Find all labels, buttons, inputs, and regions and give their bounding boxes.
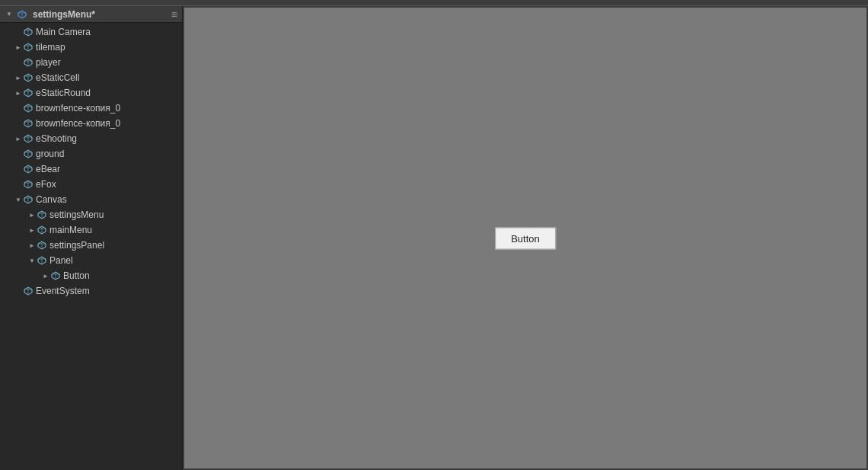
tree-item-main-camera[interactable]: Main Camera [0,24,182,40]
tree-item-settingsmenu[interactable]: settingsMenu [0,207,182,222]
tree-label-ebear: eBear [36,164,60,174]
tree-arrow-panel[interactable] [27,256,37,265]
tree-item-canvas[interactable]: Canvas [0,192,182,207]
tree-arrow-eshooting[interactable] [14,134,23,143]
tree-item-estaaticcell[interactable]: eStaticCell [0,70,182,85]
scene-canvas: Button [184,8,866,468]
tree-item-estaticround[interactable]: eStaticRound [0,85,182,101]
tree-label-brownfence2: brownfence-копия_0 [36,118,120,129]
cube-icon [50,270,61,281]
cube-icon [37,209,47,220]
hierarchy-content: Main Camera tilemap player eStaticCell e… [0,23,182,470]
cube-icon [23,133,34,144]
cube-icon [37,255,47,266]
cube-icon [23,103,34,114]
tree-arrow-button[interactable] [41,271,50,280]
hierarchy-title: settingsMenu* [33,9,95,20]
cube-icon [23,118,34,129]
tree-item-ground[interactable]: ground [0,146,182,161]
hierarchy-expand-arrow[interactable] [5,10,14,19]
tree-item-ebear[interactable]: eBear [0,161,182,177]
tree-item-efox[interactable]: eFox [0,177,182,192]
tree-arrow-mainmenu[interactable] [27,225,37,235]
cube-icon [23,179,34,190]
hierarchy-header: settingsMenu* ≡ [0,6,182,23]
hierarchy-menu-icon[interactable]: ≡ [171,8,177,21]
cube-icon [37,240,47,251]
tree-label-ground: ground [36,149,64,159]
tree-arrow-estaticround[interactable] [14,88,23,98]
cube-icon [23,194,34,205]
tree-arrow-canvas[interactable] [14,195,23,204]
tree-label-mainmenu: mainMenu [49,225,92,235]
tree-item-button[interactable]: Button [0,268,182,283]
tree-arrow-settingspanel[interactable] [27,241,37,250]
tree-label-brownfence1: brownfence-копия_0 [36,103,120,114]
tree-arrow-tilemap[interactable] [14,43,23,52]
tree-label-eshooting: eShooting [36,133,77,144]
cube-icon [37,225,47,235]
hierarchy-header-left: settingsMenu* [5,9,95,20]
tree-arrow-settingsmenu[interactable] [27,210,37,219]
cube-icon [23,42,34,53]
tree-label-canvas: Canvas [36,194,67,205]
tree-label-estaticround: eStaticRound [36,88,91,98]
tree-item-tilemap[interactable]: tilemap [0,40,182,55]
tree-item-mainmenu[interactable]: mainMenu [0,222,182,238]
cube-icon [23,286,34,296]
tree-item-brownfence2[interactable]: brownfence-копия_0 [0,116,182,131]
hierarchy-panel: settingsMenu* ≡ Main Camera tilemap play… [0,6,183,470]
cube-icon [23,164,34,174]
cube-icon [23,27,34,37]
hierarchy-scene-icon [17,9,27,20]
tree-label-tilemap: tilemap [36,42,65,53]
tree-item-settingspanel[interactable]: settingsPanel [0,238,182,253]
tree-label-settingsmenu: settingsMenu [49,209,104,220]
main-layout: settingsMenu* ≡ Main Camera tilemap play… [0,6,868,470]
tree-item-player[interactable]: player [0,55,182,70]
tree-item-eshooting[interactable]: eShooting [0,131,182,146]
cube-icon [23,88,34,98]
tree-label-button: Button [63,270,90,281]
tree-item-brownfence1[interactable]: brownfence-копия_0 [0,101,182,116]
cube-icon [23,57,34,68]
tree-label-main-camera: Main Camera [36,27,91,37]
tree-label-efox: eFox [36,179,56,190]
top-bar [0,0,868,6]
cube-icon [23,72,34,83]
scene-view: Button [183,6,868,470]
tree-item-panel[interactable]: Panel [0,253,182,268]
tree-arrow-estaaticcell[interactable] [14,73,23,82]
tree-label-panel: Panel [49,255,73,266]
tree-label-estaaticcell: eStaticCell [36,72,79,83]
tree-label-eventsystem: EventSystem [36,286,90,296]
tree-label-player: player [36,57,61,68]
cube-icon [23,149,34,159]
tree-item-eventsystem[interactable]: EventSystem [0,283,182,299]
tree-label-settingspanel: settingsPanel [49,240,104,251]
scene-ui-button[interactable]: Button [495,227,556,249]
